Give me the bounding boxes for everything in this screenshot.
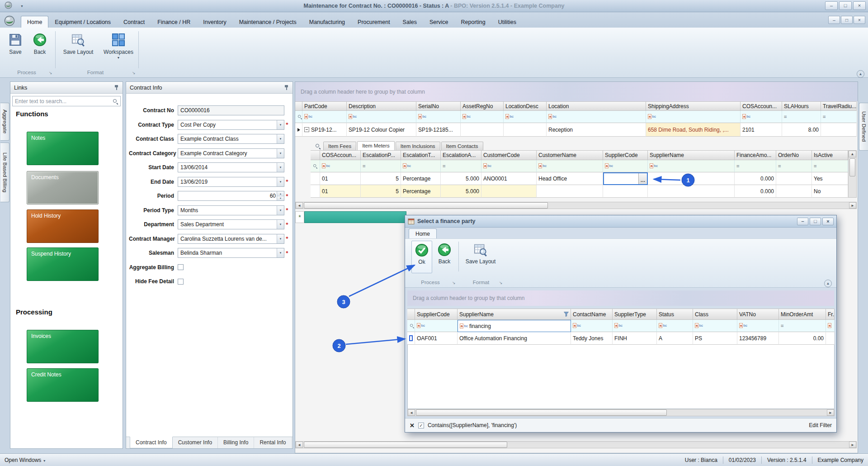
format-dialog-launcher-icon[interactable]: ↘ bbox=[132, 71, 136, 75]
chevron-down-icon[interactable]: ▼ bbox=[277, 120, 284, 129]
dialog-minimize-button[interactable]: – bbox=[797, 218, 808, 225]
cell-escalationp[interactable]: 5 bbox=[361, 172, 401, 185]
invoices-button[interactable]: Invoices bbox=[27, 330, 99, 363]
column-header-minorderamt[interactable]: MinOrderAmt bbox=[779, 309, 826, 320]
cell-suppliername[interactable] bbox=[648, 185, 735, 198]
suspend-history-button[interactable]: Suspend History bbox=[27, 247, 99, 281]
dialog-horizontal-scrollbar[interactable]: ◄ ► bbox=[407, 409, 835, 416]
filter-cell-location[interactable]: abc bbox=[547, 111, 646, 123]
cell-suppliername[interactable] bbox=[648, 172, 735, 185]
chevron-down-icon[interactable]: ▼ bbox=[277, 234, 284, 243]
filter-cell-class[interactable]: abc bbox=[693, 320, 737, 332]
chevron-down-icon[interactable]: ▼ bbox=[277, 149, 284, 158]
cell-contactname[interactable]: Teddy Jones bbox=[571, 332, 613, 345]
cell-minorderamt[interactable]: 0.00 bbox=[779, 332, 826, 345]
cell-status[interactable]: A bbox=[657, 332, 693, 345]
scroll-up-icon[interactable]: ▲ bbox=[849, 151, 856, 157]
pin-icon[interactable] bbox=[284, 85, 289, 90]
column-header-fr[interactable]: Fr... bbox=[826, 309, 835, 320]
filter-cell-travelradius[interactable]: = bbox=[821, 111, 857, 123]
filter-cell[interactable]: = bbox=[361, 160, 401, 172]
cell-locationdesc[interactable] bbox=[504, 123, 547, 137]
filter-cell[interactable]: abc bbox=[603, 160, 648, 172]
column-header-contactname[interactable]: ContactName bbox=[571, 309, 613, 320]
filter-cell-assetregno[interactable]: abc bbox=[461, 111, 504, 123]
cell-isactive[interactable]: No bbox=[812, 185, 848, 198]
dialog-title-bar[interactable]: Select a finance party – □ × bbox=[405, 215, 836, 228]
cell-cosaccount[interactable]: 2101 bbox=[741, 123, 782, 137]
aggregate-billing-checkbox[interactable] bbox=[178, 264, 184, 270]
search-icon[interactable] bbox=[113, 99, 118, 104]
start-date-picker[interactable]: 13/06/2014▼ bbox=[178, 162, 284, 172]
contract-type-select[interactable]: Cost Per Copy▼ bbox=[178, 120, 284, 130]
filter-cell-locationdesc[interactable]: abc bbox=[504, 111, 547, 123]
filter-cell[interactable]: = bbox=[776, 160, 812, 172]
dialog-close-button[interactable]: × bbox=[822, 218, 834, 225]
scroll-right-icon[interactable]: ► bbox=[849, 442, 856, 448]
tab-item-meters[interactable]: Item Meters bbox=[357, 141, 395, 150]
ribbon-tab-service[interactable]: Service bbox=[423, 16, 455, 28]
column-header-suppliertype[interactable]: SupplierType bbox=[613, 309, 657, 320]
cell-travelradius[interactable] bbox=[821, 123, 857, 137]
app-logo-icon[interactable] bbox=[5, 1, 12, 9]
filter-cell[interactable]: abc bbox=[320, 160, 361, 172]
column-header-escalationt[interactable]: EscalationT... bbox=[401, 150, 441, 160]
filter-cell-slahours[interactable]: = bbox=[782, 111, 821, 123]
scroll-right-icon[interactable]: ► bbox=[849, 202, 856, 209]
cell-suppliercode[interactable] bbox=[603, 185, 648, 198]
row-selector[interactable] bbox=[407, 332, 415, 345]
filter-enabled-checkbox[interactable]: ✓ bbox=[418, 423, 424, 428]
tab-item-inclusions[interactable]: Item Inclusions bbox=[396, 142, 440, 150]
cell-escalationp[interactable]: 5 bbox=[361, 185, 401, 198]
ribbon-collapse-icon[interactable]: ▲ bbox=[824, 280, 832, 287]
process-dialog-launcher-icon[interactable]: ↘ bbox=[452, 281, 456, 285]
detail-vertical-scrollbar[interactable]: ▲ bbox=[848, 150, 857, 198]
cell-class[interactable]: PS bbox=[693, 332, 737, 345]
cell-customercode[interactable] bbox=[481, 185, 537, 198]
scroll-right-icon[interactable]: ► bbox=[827, 409, 834, 416]
workspaces-button[interactable]: Workspaces ▼ bbox=[101, 30, 136, 68]
credit-notes-button[interactable]: Credit Notes bbox=[27, 368, 99, 402]
cell-escalationt[interactable]: Percentage bbox=[401, 185, 441, 198]
dialog-restore-button[interactable]: □ bbox=[810, 218, 821, 225]
detail-search-icon[interactable] bbox=[315, 143, 321, 149]
column-header-cosaccount[interactable]: COSAccoun... bbox=[320, 150, 361, 160]
column-header-suppliername[interactable]: SupplierName bbox=[648, 150, 735, 160]
cell-assetregno[interactable] bbox=[461, 123, 504, 137]
column-header-serialno[interactable]: SerialNo bbox=[416, 101, 461, 111]
suppliername-filter-input[interactable]: abcfinancing bbox=[458, 320, 571, 332]
filter-cell-minorderamt[interactable]: = bbox=[779, 320, 826, 332]
restore-button[interactable]: □ bbox=[839, 1, 852, 10]
close-button[interactable]: × bbox=[853, 1, 866, 10]
column-header-slahours[interactable]: SLAHours bbox=[782, 101, 821, 111]
filter-cell-status[interactable]: abc bbox=[657, 320, 693, 332]
filter-cell-serialno[interactable]: abc bbox=[416, 111, 461, 123]
format-dialog-launcher-icon[interactable]: ↘ bbox=[499, 281, 503, 285]
cell-suppliercode[interactable]: OAF001 bbox=[415, 332, 458, 345]
cell-financeamount[interactable]: 0.000 bbox=[735, 172, 776, 185]
cell-customername[interactable] bbox=[537, 185, 603, 198]
dialog-back-button[interactable]: Back bbox=[434, 241, 455, 273]
ribbon-tab-maintenance-projects[interactable]: Maintenance / Projects bbox=[233, 16, 303, 28]
filter-cell-fr[interactable]: a bbox=[826, 320, 835, 332]
cell-escalationa[interactable]: 5.000 bbox=[441, 185, 481, 198]
save-button[interactable]: Save bbox=[4, 30, 27, 68]
filter-cell-suppliercode[interactable]: abc bbox=[415, 320, 458, 332]
cell-cosaccount[interactable]: 01 bbox=[320, 172, 361, 185]
quick-access-caret-icon[interactable]: ▼ bbox=[20, 5, 24, 8]
ok-button[interactable]: Ok bbox=[411, 241, 432, 273]
ribbon-tab-procurement[interactable]: Procurement bbox=[351, 16, 396, 28]
column-header-shippingaddress[interactable]: ShippingAddress bbox=[646, 101, 741, 111]
side-tab-user-defined[interactable]: User Defined bbox=[859, 103, 868, 151]
side-tab-life-based-billing[interactable]: Life Based Billing bbox=[0, 143, 9, 202]
ribbon-tab-inventory[interactable]: Inventory bbox=[197, 16, 232, 28]
ribbon-tab-finance-hr[interactable]: Finance / HR bbox=[151, 16, 197, 28]
column-header-customercode[interactable]: CustomerCode bbox=[481, 150, 537, 160]
ribbon-collapse-icon[interactable]: ▲ bbox=[857, 70, 864, 78]
filter-cell[interactable]: abc bbox=[401, 160, 441, 172]
department-select[interactable]: Sales Department▼ bbox=[178, 219, 284, 229]
active-filter-funnel-icon[interactable] bbox=[564, 312, 569, 317]
open-windows-button[interactable]: Open Windows ▼ bbox=[5, 457, 46, 463]
filter-cell[interactable]: abc bbox=[648, 160, 735, 172]
chevron-down-icon[interactable]: ▼ bbox=[277, 163, 284, 172]
